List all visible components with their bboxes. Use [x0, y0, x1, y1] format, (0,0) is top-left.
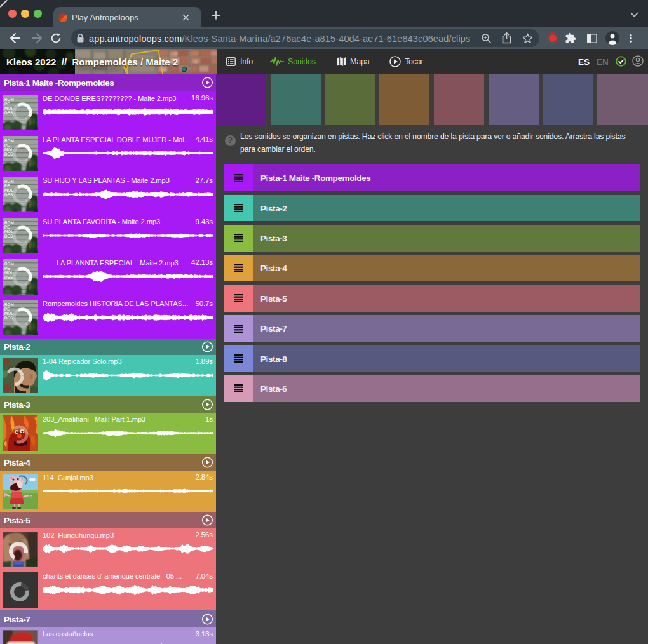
svg-text:PE: PE	[4, 266, 10, 271]
svg-text:MOL: MOL	[4, 271, 13, 275]
svg-text:ROM: ROM	[4, 138, 14, 143]
svg-text:PE: PE	[4, 102, 10, 106]
svg-text:DES: DES	[4, 275, 13, 279]
svg-text:PE: PE	[4, 143, 10, 147]
svg-text:DES: DES	[4, 192, 13, 197]
svg-text:MOL: MOL	[4, 147, 13, 152]
svg-text:DES: DES	[4, 152, 13, 156]
svg-text:MOL: MOL	[4, 106, 13, 111]
svg-text:PE: PE	[4, 307, 10, 311]
svg-text:ROM: ROM	[4, 262, 14, 266]
svg-text:PE: PE	[4, 225, 10, 229]
svg-text:MOL: MOL	[4, 188, 13, 192]
svg-text:DES: DES	[4, 234, 13, 238]
svg-text:MOL: MOL	[4, 229, 13, 234]
svg-text:PE: PE	[4, 184, 10, 188]
svg-text:ROM: ROM	[4, 302, 14, 307]
svg-text:ROM: ROM	[4, 179, 14, 184]
svg-text:MOL: MOL	[4, 311, 13, 316]
svg-text:DES: DES	[4, 111, 13, 115]
svg-text:DES: DES	[4, 316, 13, 320]
svg-text:ROM: ROM	[4, 220, 14, 225]
svg-text:ROM: ROM	[4, 97, 14, 102]
